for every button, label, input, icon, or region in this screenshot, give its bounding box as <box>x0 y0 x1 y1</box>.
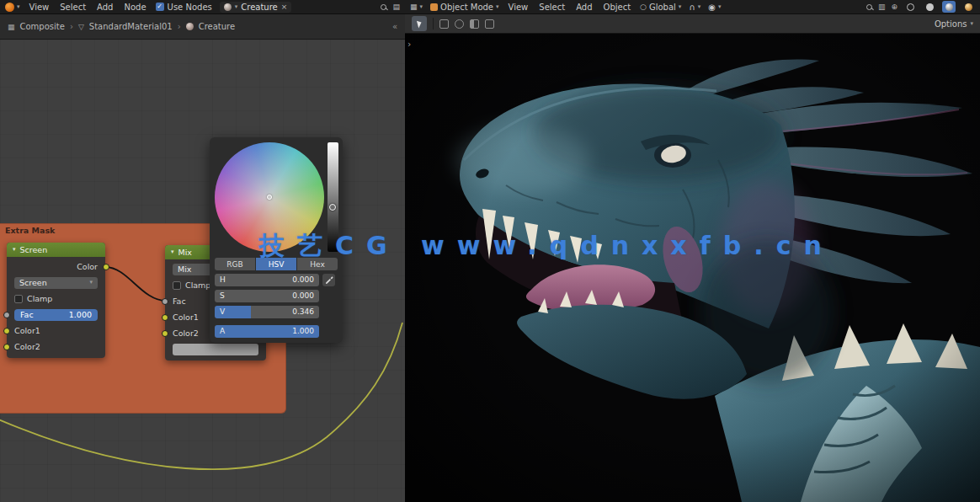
object-mode-icon <box>430 3 438 11</box>
chevron-down-icon: ▾ <box>496 4 499 10</box>
fac-slider[interactable]: Fac 1.000 <box>14 309 98 321</box>
tab-rgb[interactable]: RGB <box>215 258 255 270</box>
menu-view[interactable]: View <box>28 3 51 12</box>
screen-node-header[interactable]: ▾ Screen <box>7 243 105 257</box>
active-tool-button[interactable] <box>412 16 427 31</box>
tool-toggle-icon[interactable] <box>470 19 479 29</box>
menu-select[interactable]: Select <box>58 3 88 12</box>
value-slider-handle[interactable] <box>329 204 336 211</box>
saturation-slider[interactable]: S 0.000 <box>215 290 319 302</box>
shading-material-button[interactable] <box>942 1 956 13</box>
color-output-socket[interactable] <box>103 264 109 270</box>
mix-color2-input-socket[interactable] <box>162 330 168 337</box>
mix-clamp-label: Clamp <box>185 280 210 290</box>
mix-fac-label: Fac <box>173 296 186 306</box>
separator <box>433 18 434 29</box>
value-value: 0.346 <box>292 307 314 316</box>
color-swatch[interactable] <box>173 344 258 355</box>
blend-mode-dropdown[interactable]: Screen ▾ <box>14 277 98 289</box>
color2-row: Color2 <box>7 339 105 355</box>
menu-node[interactable]: Node <box>122 3 147 12</box>
mode-label: Object Mode <box>440 3 493 12</box>
tool-toggle-icon[interactable] <box>439 19 449 29</box>
mix-color1-input-socket[interactable] <box>162 314 168 321</box>
node-title: Mix <box>178 248 192 257</box>
editor-type-button[interactable]: ▾ <box>5 3 20 12</box>
output-label: Color <box>77 262 98 271</box>
breadcrumb-item-material[interactable]: StandardMaterial01 <box>89 22 173 31</box>
use-nodes-checkbox[interactable]: ✓ Use Nodes <box>156 3 212 12</box>
shading-solid-button[interactable] <box>923 1 936 13</box>
material-datablock-selector[interactable]: ▾ Creature × <box>220 2 292 13</box>
blend-mode-row: Screen ▾ <box>7 275 105 291</box>
snap-magnet-button[interactable]: ∩ ▾ <box>689 3 700 12</box>
use-nodes-label: Use Nodes <box>168 3 212 12</box>
menu-add[interactable]: Add <box>574 3 594 12</box>
editor-type-button[interactable]: ▦ ▾ <box>410 3 423 11</box>
node-editor-canvas[interactable]: Extra Mask ▾ Screen Color <box>0 40 405 502</box>
orientation-dropdown[interactable]: ○ Global ▾ <box>640 3 681 12</box>
overlays-icon[interactable]: ▥ <box>878 3 886 11</box>
gizmo-icon[interactable]: ⊕ <box>891 3 897 11</box>
clamp-checkbox[interactable] <box>14 295 23 303</box>
mix-clamp-checkbox[interactable] <box>173 281 181 290</box>
chevron-right-icon: › <box>70 22 73 31</box>
shading-rendered-button[interactable] <box>961 1 975 13</box>
3d-viewport[interactable]: › <box>405 34 980 502</box>
collapse-region-icon[interactable]: « <box>392 22 397 31</box>
color2-label: Color2 <box>14 342 40 351</box>
hue-value: 0.000 <box>292 275 314 284</box>
color1-label: Color1 <box>14 326 40 335</box>
watermark-text: 技艺CG www.qdnxxfb.cn <box>259 229 834 264</box>
menu-view[interactable]: View <box>507 3 530 12</box>
solid-icon <box>926 3 934 11</box>
search-icon[interactable] <box>866 4 872 10</box>
value-number-slider[interactable]: V 0.346 <box>215 306 319 318</box>
menu-object[interactable]: Object <box>602 3 633 12</box>
material-name-field[interactable]: Creature <box>241 3 277 12</box>
color1-input-socket[interactable] <box>3 328 10 334</box>
mode-dropdown[interactable]: Object Mode ▾ <box>430 3 499 12</box>
rendered-icon <box>965 3 972 11</box>
fac-value: 1.000 <box>69 310 92 319</box>
search-icon[interactable] <box>381 4 386 10</box>
breadcrumb-item-creature[interactable]: Creature <box>199 22 235 31</box>
vignette-overlay <box>405 34 980 502</box>
tool-toggle-icon[interactable] <box>485 19 494 29</box>
screen-node[interactable]: ▾ Screen Color Screen ▾ <box>7 243 105 358</box>
color2-input-socket[interactable] <box>3 344 10 350</box>
blender-window: ▾ View Select Add Node ✓ Use Nodes ▾ Cre… <box>0 0 980 502</box>
chevron-down-icon: ▾ <box>235 4 238 10</box>
alpha-value: 1.000 <box>292 327 314 335</box>
blend-mode-value: Screen <box>19 278 47 287</box>
options-dropdown[interactable]: Options ▾ <box>935 19 973 29</box>
chevron-right-icon: › <box>178 22 181 31</box>
collapse-node-icon[interactable]: ▾ <box>171 249 174 255</box>
mix-blend-value: Mix <box>178 264 191 274</box>
menu-add[interactable]: Add <box>95 3 115 12</box>
shading-wireframe-button[interactable] <box>903 1 917 13</box>
material-output-icon: ▽ <box>78 23 84 31</box>
color-output-row: Color <box>7 259 105 275</box>
unlink-icon[interactable]: × <box>281 3 288 11</box>
menu-select[interactable]: Select <box>537 3 567 12</box>
value-label: V <box>220 307 225 316</box>
breadcrumb-item-composite[interactable]: Composite <box>20 22 65 31</box>
checkbox-checked-icon: ✓ <box>156 3 164 11</box>
chevron-down-icon: ▾ <box>89 280 93 286</box>
chevron-down-icon: ▾ <box>698 4 701 10</box>
node-editor-header: ▾ View Select Add Node ✓ Use Nodes ▾ Cre… <box>0 0 405 14</box>
proportional-edit-button[interactable]: ◉ ▾ <box>708 3 721 12</box>
hue-slider[interactable]: H 0.000 <box>215 274 319 286</box>
wheel-cursor[interactable] <box>267 195 272 200</box>
saturation-row: S 0.000 <box>215 290 338 302</box>
clamp-label: Clamp <box>27 294 52 303</box>
eyedropper-icon[interactable] <box>322 274 335 286</box>
alpha-slider[interactable]: A 1.000 <box>215 325 319 338</box>
mix-fac-input-socket[interactable] <box>162 298 168 305</box>
tool-toggle-icon[interactable] <box>455 19 464 29</box>
fac-input-socket[interactable] <box>3 312 10 318</box>
collapse-node-icon[interactable]: ▾ <box>13 247 16 253</box>
filter-icon[interactable]: ▤ <box>392 3 400 11</box>
toolbar-expand-icon[interactable]: › <box>407 39 411 50</box>
